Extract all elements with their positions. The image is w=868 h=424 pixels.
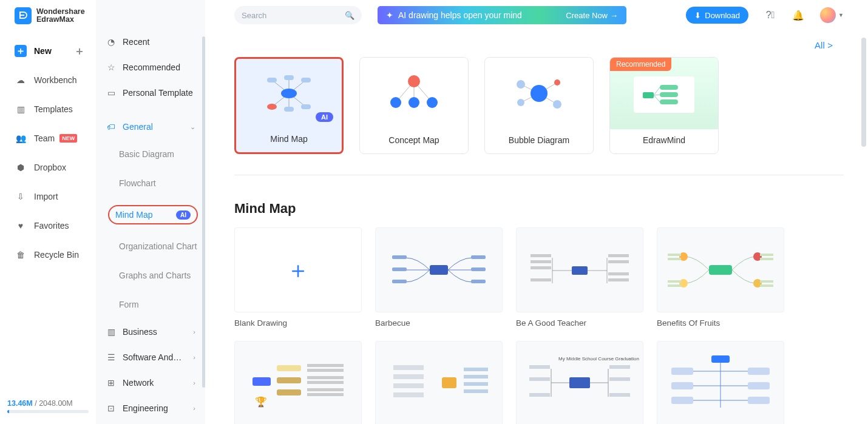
svg-rect-58 [668, 254, 681, 256]
left-nav: Wondershare EdrawMax ＋ New ＋ ☁ Workbench… [0, 0, 96, 424]
svg-text:🏆: 🏆 [255, 396, 267, 408]
search-input[interactable]: Search 🔍 [234, 6, 362, 24]
ai-badge: AI [316, 112, 333, 122]
sub-mind-map[interactable]: Mind MapAI [108, 205, 198, 224]
type-concept-map[interactable]: Concept Map [359, 57, 469, 154]
bell-icon[interactable]: 🔔 [792, 9, 804, 21]
search-icon[interactable]: 🔍 [345, 11, 354, 20]
template-card[interactable]: Be A Good Teacher [516, 227, 643, 328]
svg-rect-68 [277, 377, 301, 383]
section-title: Mind Map [234, 201, 844, 217]
nav-team[interactable]: 👥 Team NEW [0, 124, 96, 153]
svg-rect-89 [529, 393, 550, 397]
nav-workbench[interactable]: ☁ Workbench [0, 66, 96, 95]
nav-label: Dropbox [34, 163, 66, 172]
svg-rect-83 [464, 375, 488, 379]
chevron-down-icon: ⌄ [190, 123, 195, 131]
svg-rect-107 [748, 397, 770, 404]
scrollbar[interactable] [861, 36, 866, 424]
sub-form[interactable]: Form [114, 297, 205, 312]
svg-rect-31 [660, 85, 678, 90]
nav-new-label: New [34, 46, 52, 56]
ai-badge: AI [176, 210, 191, 220]
app-logo[interactable]: Wondershare EdrawMax [0, 7, 96, 24]
template-card[interactable] [657, 341, 784, 424]
svg-rect-94 [711, 355, 730, 363]
svg-rect-105 [748, 368, 770, 375]
add-icon[interactable]: ＋ [74, 44, 85, 58]
recommended-badge: Recommended [610, 58, 671, 71]
sub-graphs[interactable]: Graphs and Charts [114, 268, 205, 283]
panel-engineering[interactable]: ⊡Engineering› [96, 395, 205, 421]
svg-rect-59 [668, 258, 681, 260]
panel-software[interactable]: ☰Software And…› [96, 345, 205, 370]
nav-new[interactable]: ＋ New ＋ [0, 36, 96, 66]
svg-rect-81 [442, 377, 456, 388]
svg-rect-38 [392, 255, 407, 259]
svg-rect-60 [668, 280, 681, 283]
type-bubble-diagram[interactable]: Bubble Diagram [484, 57, 594, 154]
logo-text: Wondershare EdrawMax [36, 8, 85, 24]
user-menu[interactable]: ▼ [820, 7, 844, 23]
template-card[interactable]: Barbecue [375, 227, 503, 328]
cloud-icon: ☁ [15, 74, 27, 86]
svg-text:My Middle School Course Gradua: My Middle School Course Graduation [558, 356, 639, 362]
nav-import[interactable]: ⇩ Import [0, 182, 96, 211]
panel-recent[interactable]: ◔Recent [96, 29, 205, 55]
panel-recommended[interactable]: ☆Recommended [96, 55, 205, 80]
svg-point-26 [554, 79, 560, 86]
template-card[interactable]: Benefits Of Fruits [657, 227, 784, 328]
nav-recycle[interactable]: 🗑 Recycle Bin [0, 240, 96, 269]
svg-rect-87 [529, 365, 550, 369]
sub-org-chart[interactable]: Organizational Chart [114, 239, 205, 254]
svg-rect-77 [393, 365, 424, 370]
help-icon[interactable]: ?⃝ [764, 9, 776, 21]
svg-rect-64 [760, 280, 773, 283]
panel-personal[interactable]: ▭Personal Template [96, 80, 205, 106]
template-card[interactable]: My Middle School Course Graduation [516, 341, 643, 424]
nav-label: Recycle Bin [34, 250, 79, 260]
nav-templates[interactable]: ▥ Templates [0, 95, 96, 124]
sparkle-icon: ✦ [386, 10, 393, 20]
template-name: Blank Drawing [234, 318, 362, 328]
svg-point-28 [553, 100, 561, 109]
template-card[interactable]: 🏆 [234, 341, 362, 424]
panel-general[interactable]: 🏷General⌄ [96, 114, 205, 140]
blank-thumb: ＋ [234, 227, 362, 312]
template-card[interactable] [375, 341, 503, 424]
engineering-icon: ⊡ [106, 403, 117, 414]
download-button[interactable]: ⬇Download [686, 7, 748, 24]
type-edrawmind[interactable]: Recommended EdrawMind [609, 57, 719, 154]
svg-rect-67 [277, 365, 301, 371]
svg-rect-74 [307, 388, 344, 391]
download-icon: ⬇ [694, 11, 701, 20]
svg-rect-84 [464, 382, 488, 386]
divider [234, 175, 844, 175]
svg-point-16 [408, 75, 420, 87]
svg-rect-92 [609, 393, 630, 397]
storage-meter: 13.46M / 2048.00M [0, 399, 96, 424]
template-name: Benefits Of Fruits [657, 318, 784, 328]
all-link[interactable]: All > [234, 40, 833, 51]
templates-icon: ▥ [15, 103, 27, 115]
svg-rect-88 [529, 377, 550, 381]
svg-rect-46 [531, 260, 551, 263]
panel-network[interactable]: ⊞Network› [96, 370, 205, 395]
star-icon: ☆ [106, 62, 117, 73]
nav-label: Workbench [34, 75, 77, 85]
panel-business[interactable]: ▥Business› [96, 319, 205, 345]
trash-icon: 🗑 [15, 249, 27, 261]
type-mind-map[interactable]: AI Mind Map [234, 57, 344, 154]
promo-banner[interactable]: ✦ AI drawing helps open your mind Create… [378, 6, 626, 24]
nav-dropbox[interactable]: ⬢ Dropbox [0, 153, 96, 182]
template-card-blank[interactable]: ＋ Blank Drawing [234, 227, 362, 328]
sub-basic-diagram[interactable]: Basic Diagram [114, 147, 205, 161]
promo-cta[interactable]: Create Now→ [566, 11, 618, 20]
type-label: Bubble Diagram [485, 129, 593, 153]
svg-point-25 [517, 80, 525, 89]
software-icon: ☰ [106, 352, 117, 363]
nav-favorites[interactable]: ♥ Favorites [0, 211, 96, 240]
svg-rect-43 [471, 280, 486, 283]
sub-flowchart[interactable]: Flowchart [114, 176, 205, 190]
network-icon: ⊞ [106, 377, 117, 388]
